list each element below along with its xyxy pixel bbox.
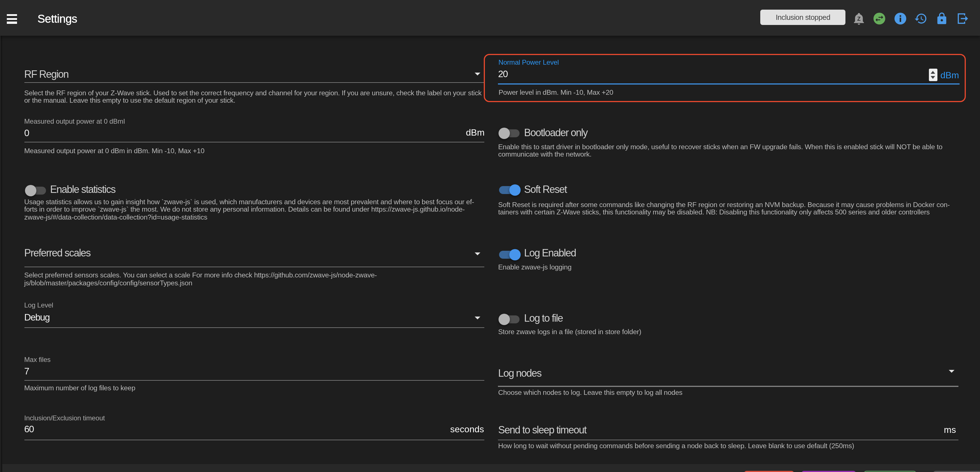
svg-text:Z: Z [857,15,861,22]
